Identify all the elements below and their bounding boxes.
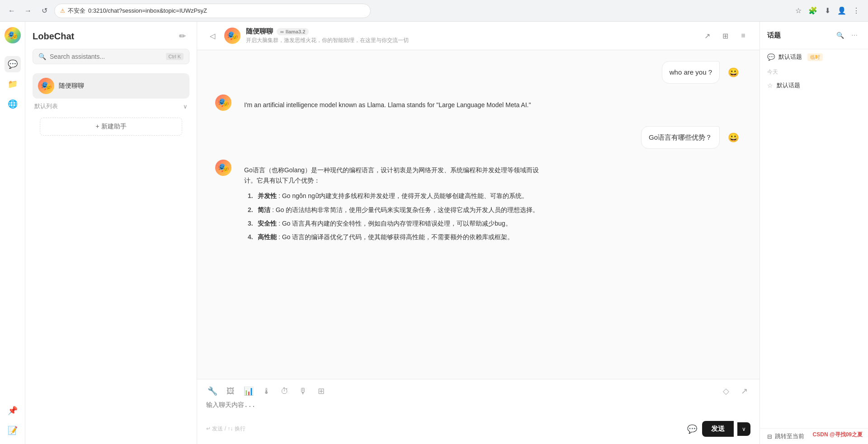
right-panel-header: 话题 🔍 ⋯ [760, 22, 868, 49]
user-bubble-2: Go语言有哪些优势？ [641, 126, 720, 149]
refresh-button[interactable]: ↺ [38, 5, 51, 17]
profile-button[interactable]: 👤 [835, 5, 848, 17]
send-label: 发送 [711, 425, 725, 432]
url-text: 0:3210/chat?session=inbox&topic=IUWzPsyZ [88, 7, 207, 14]
new-assistant-button[interactable]: + 新建助手 [40, 118, 182, 136]
chat-menu-button[interactable]: ≡ [736, 28, 750, 43]
list-item-4: 4. 高性能 : Go 语言的编译器优化了代码，使其能够获得高性能，不需要额外的… [248, 232, 546, 242]
topic-chat-icon: 💬 [767, 53, 775, 61]
chat-header-actions: ↗ ⊞ ≡ [700, 28, 750, 43]
list-num-3: 3. [248, 218, 255, 228]
browser-chrome: ← → ↺ ⚠ 不安全 0:3210/chat?session=inbox&to… [0, 0, 868, 22]
chat-main: ◁ 🎭 随便聊聊 ∞ llama3.2 开启大脑集群，激发思维火花，你的智能助理… [197, 22, 760, 444]
list-text-2: 简洁 : Go 的语法结构非常简洁，使用少量代码来实现复杂任务，这使得它成为开发… [258, 205, 539, 215]
tool-temperature-button[interactable]: 🌡 [260, 385, 273, 397]
message-row-ai-1: 🎭 I'm an artificial intelligence model k… [215, 94, 741, 115]
tool-knowledge-button[interactable]: 📊 [242, 385, 255, 397]
list-text-1: 并发性 : Go ngôn ngữ内建支持多线程和并发处理，使得开发人员能够创建… [258, 191, 528, 201]
model-name: llama3.2 [286, 29, 305, 34]
list-item-3: 3. 安全性 : Go 语言具有内建的安全特性，例如自动内存管理和错误处理，可以… [248, 218, 546, 228]
chat-title: 随便聊聊 ∞ llama3.2 [246, 27, 694, 36]
ai-avatar-2: 🎭 [215, 160, 231, 176]
security-warning-icon: ⚠ [60, 8, 65, 14]
pin-nav-item[interactable]: 📌 [5, 402, 21, 419]
globe-nav-item[interactable]: 🌐 [5, 96, 21, 112]
back-button[interactable]: ← [5, 5, 18, 17]
icon-rail: 🎭 💬 📁 🌐 📌 📝 [0, 22, 25, 444]
message-row-user-2: Go语言有哪些优势？ 😀 [215, 126, 741, 149]
bookmark-button[interactable]: ☆ [792, 5, 805, 17]
chat-header-info: 随便聊聊 ∞ llama3.2 开启大脑集群，激发思维火花，你的智能助理，在这里… [246, 27, 694, 44]
search-input[interactable] [50, 53, 162, 60]
input-bottom: ↵ 发送 / ↑↓ 换行 💬 发送 ∨ [206, 421, 750, 437]
left-panel: LobeChat ✏ 🔍 Ctrl K 🎭 随便聊聊 默认列表 ∨ + 新建助手 [25, 22, 197, 444]
topic-default-2-label: 默认话题 [777, 81, 800, 90]
conversation-item[interactable]: 🎭 随便聊聊 [33, 73, 189, 99]
chat-input-area: 🔧 🖼 📊 🌡 ⏱ 🎙 ⊞ ◇ ↗ ↵ 发送 / ↑↓ 换行 💬 发送 [197, 379, 760, 444]
conversation-name: 随便聊聊 [59, 82, 84, 90]
address-bar[interactable]: ⚠ 不安全 0:3210/chat?session=inbox&topic=IU… [54, 4, 371, 18]
topic-item-default[interactable]: ☆ 默认话题 [760, 78, 868, 93]
default-list-label: 默认列表 [34, 102, 58, 110]
user-bubble-1: who are you ? [662, 61, 720, 84]
ai-bubble-2: Go语言（也称Golang）是一种现代的编程语言，设计初衷是为网络开发、系统编程… [237, 160, 553, 251]
topics-search-button[interactable]: 🔍 [834, 29, 846, 42]
tool-grid-button[interactable]: ⊞ [315, 385, 327, 397]
message-row-ai-2: 🎭 Go语言（也称Golang）是一种现代的编程语言，设计初衷是为网络开发、系统… [215, 160, 741, 251]
download-button[interactable]: ⬇ [821, 5, 834, 17]
clear-button[interactable]: ◇ [720, 385, 732, 397]
share-button[interactable]: ↗ [700, 28, 714, 43]
sidebar-header: LobeChat ✏ [25, 22, 197, 49]
browser-menu-button[interactable]: ⋮ [850, 5, 863, 17]
forward-button[interactable]: → [22, 5, 34, 17]
user-message-wrapper-1: who are you ? 😀 [662, 61, 741, 84]
split-view-button[interactable]: ⊞ [718, 28, 732, 43]
user-message-text-1: who are you ? [670, 68, 712, 76]
topic-star-icon: ☆ [767, 82, 773, 89]
chat-nav-item[interactable]: 💬 [5, 56, 21, 72]
user-message-text-2: Go语言有哪些优势？ [649, 133, 712, 141]
jump-label: 跳转至当前 [775, 432, 804, 440]
security-warning-text: 不安全 [68, 7, 85, 15]
chat-input[interactable] [206, 401, 750, 416]
tool-timer-button[interactable]: ⏱ [278, 385, 291, 397]
expand-button[interactable]: ↗ [738, 385, 750, 397]
ai-message-list: 1. 并发性 : Go ngôn ngữ内建支持多线程和并发处理，使得开发人员能… [244, 191, 546, 242]
model-badge: ∞ llama3.2 [277, 28, 309, 35]
right-panel: 话题 🔍 ⋯ 💬 默认话题 临时 今天 ☆ 默认话题 ⊟ 跳转至当前 [760, 22, 868, 444]
notes-nav-item[interactable]: 📝 [5, 422, 21, 439]
list-item-2: 2. 简洁 : Go 的语法结构非常简洁，使用少量代码来实现复杂任务，这使得它成… [248, 205, 546, 215]
send-hint: ↵ 发送 / ↑↓ 换行 [206, 425, 245, 433]
chat-subtitle: 开启大脑集群，激发思维火花，你的智能助理，在这里与你交流一切 [246, 37, 694, 44]
extensions-button[interactable]: 🧩 [807, 5, 819, 17]
infinity-icon: ∞ [280, 29, 284, 34]
ai-message-text-1: I'm an artificial intelligence model kno… [244, 101, 531, 109]
search-box[interactable]: 🔍 Ctrl K [33, 49, 189, 64]
ai-message-intro: Go语言（也称Golang）是一种现代的编程语言，设计初衷是为网络开发、系统编程… [244, 165, 546, 185]
logo-icon: 🎭 [5, 27, 21, 43]
tool-plugins-button[interactable]: 🔧 [206, 385, 219, 397]
list-text-4: 高性能 : Go 语言的编译器优化了代码，使其能够获得高性能，不需要额外的依赖库… [258, 232, 514, 242]
message-row-user-1: who are you ? 😀 [215, 61, 741, 84]
chat-header-avatar: 🎭 [224, 28, 241, 44]
app-title: LobeChat [33, 31, 170, 42]
collapse-sidebar-button[interactable]: ◁ [206, 29, 219, 42]
comment-button[interactable]: 💬 [686, 423, 698, 435]
topic-item-default-temp[interactable]: 💬 默认话题 临时 [760, 49, 868, 65]
list-num-2: 2. [248, 205, 255, 215]
browser-actions: ☆ 🧩 ⬇ 👤 ⋮ [792, 5, 863, 17]
messages-area: who are you ? 😀 🎭 I'm an artificial inte… [197, 50, 760, 379]
topics-more-button[interactable]: ⋯ [848, 29, 861, 42]
tool-voice-button[interactable]: 🎙 [297, 385, 309, 397]
list-num-4: 4. [248, 232, 255, 242]
right-panel-actions: 🔍 ⋯ [834, 29, 861, 42]
folder-nav-item[interactable]: 📁 [5, 76, 21, 92]
default-list-header[interactable]: 默认列表 ∨ [33, 99, 189, 114]
tool-image-button[interactable]: 🖼 [224, 385, 237, 397]
user-avatar-2: 😀 [725, 129, 741, 146]
send-dropdown-button[interactable]: ∨ [737, 422, 750, 436]
send-button[interactable]: 发送 [702, 421, 734, 437]
topic-default-label: 默认话题 [778, 53, 802, 61]
new-chat-button[interactable]: ✏ [175, 29, 189, 43]
topics-title: 话题 [767, 31, 781, 40]
